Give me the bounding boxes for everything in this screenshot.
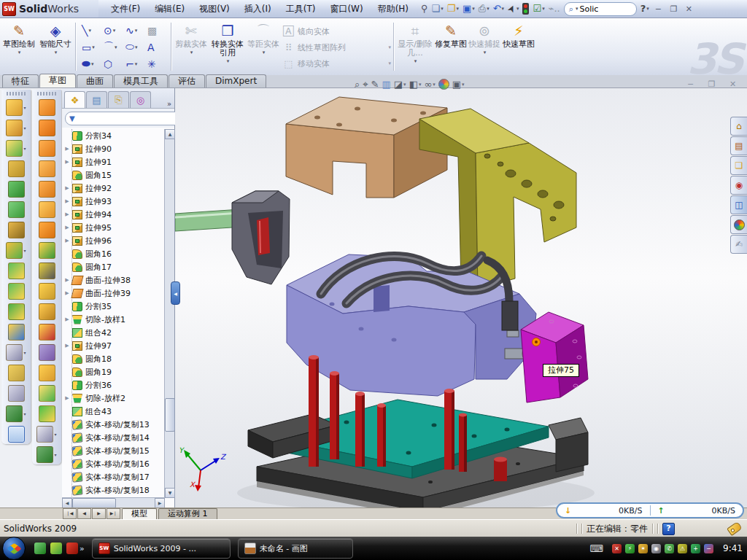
features-tool-icon-8[interactable]: ▾ [6,240,26,260]
file-explorer-tab[interactable]: ❏ [730,156,747,175]
sketch-entity-icon[interactable]: ⬬▾ [80,55,101,72]
tree-filter-input[interactable] [75,113,182,123]
home-tab[interactable]: ⌂ [730,117,747,136]
menu-插入(I)[interactable]: 插入(I) [238,1,278,18]
tag-icon[interactable] [727,521,743,536]
dropdown-caret-icon[interactable]: ▾ [91,61,94,67]
tree-item-实体-移动/复制14[interactable]: 实体-移动/复制14 [62,431,165,444]
sketch-entity-icon[interactable]: ╲▾ [80,22,101,39]
surfaces-tool-icon-11[interactable] [39,301,55,322]
toolbar-drag-handle[interactable] [7,92,26,96]
features-tool-icon-4[interactable] [8,158,25,179]
close-button[interactable]: ✕ [681,3,697,15]
tree-item-实体-移动/复制17[interactable]: 实体-移动/复制17 [62,470,165,483]
dropdown-caret-icon[interactable]: ▾ [487,6,489,12]
features-tool-icon-2[interactable]: ▾ [6,117,26,138]
expand-arrow-icon[interactable]: ▶ [63,198,71,204]
network-warning-icon[interactable]: ⚠ [678,544,687,553]
menu-帮助(H)[interactable]: 帮助(H) [371,1,415,18]
tree-item-分割34[interactable]: 分割34 [62,129,165,142]
surfaces-tool-icon-9[interactable] [39,260,55,281]
expand-arrow-icon[interactable]: ▶ [63,343,71,349]
start-button[interactable] [2,537,26,560]
dropdown-caret-icon[interactable]: ▾ [115,44,117,50]
tree-item-曲面-拉伸39[interactable]: ▶曲面-拉伸39 [62,287,165,300]
sketch-entity-icon[interactable]: ⬭▾ [123,39,145,55]
features-tool-icon-6[interactable] [8,199,25,219]
expand-arrow-icon[interactable]: ▶ [63,238,71,244]
view-orientation-icon[interactable]: ◪▾ [394,79,406,90]
rebuild-stoplight-icon[interactable] [521,1,530,16]
badge-icon[interactable]: ✶ [638,544,648,553]
tree-item-组合42[interactable]: 组合42 [62,326,165,339]
tree-item-圆角16[interactable]: 圆角16 [62,247,165,260]
help-button[interactable]: ?▾ [639,1,651,16]
print-icon[interactable]: ⎙▾ [477,1,491,16]
tree-item-分割35[interactable]: 分割35 [62,300,165,313]
tree-item-圆角18[interactable]: 圆角18 [62,352,165,365]
restore-button[interactable]: ❐ [666,3,681,15]
surfaces-tool-icon-6[interactable] [39,199,55,219]
toolbar-drag-handle[interactable] [37,92,56,96]
surfaces-tool-icon-3[interactable] [39,138,55,158]
dropdown-caret-icon[interactable]: ▾ [23,350,26,355]
tree-item-切除-放样2[interactable]: ▶切除-放样2 [62,392,165,405]
previous-view-icon[interactable]: ✎ [371,79,379,90]
search-input[interactable] [578,4,619,15]
toolbar-button-镜向实体[interactable]: 🄰镜向实体 [280,23,391,39]
surfaces-tool-icon-12[interactable] [39,322,55,342]
dimxpertmanager-tab[interactable]: ◎ [130,91,151,108]
dropdown-caret-icon[interactable]: ▾ [433,82,436,88]
tree-item-切除-放样1[interactable]: ▶切除-放样1 [62,313,165,326]
surfaces-tool-icon-7[interactable] [39,219,55,240]
taskbar-button-SolidWorks 2009 - ...[interactable]: SWSolidWorks 2009 - ... [92,538,231,559]
tab-model[interactable]: 模型 [122,508,157,520]
dropdown-caret-icon[interactable]: ▾ [414,58,417,64]
expand-arrow-icon[interactable]: ▶ [63,146,71,152]
features-tool-icon-10[interactable] [8,281,25,301]
toolbar-button-草图绘制[interactable]: ✎草图绘制▾ [0,18,38,75]
tree-item-组合43[interactable]: 组合43 [62,405,165,418]
open-folder-icon[interactable]: ❐▾ [446,1,460,16]
surfaces-tool-icon-1[interactable] [39,97,55,117]
tab-nav-button-3[interactable]: ▶ [92,508,106,519]
toolbar-button-剪裁实体[interactable]: ✄剪裁实体▾ [174,18,209,75]
custom-properties-tab[interactable]: ✍ [730,235,747,254]
quick-launch-expand-icon[interactable]: » [80,544,85,553]
sketch-entity-icon[interactable]: ⌒▾ [101,39,123,55]
tree-item-拉伸91[interactable]: ▶拉伸91 [62,155,165,168]
options-list-icon[interactable]: ☑▾ [531,1,546,16]
toolbar-button-显示/删除几...[interactable]: ⌗显示/删除几...▾ [396,18,434,75]
undo-icon[interactable]: ↶▾ [492,1,506,16]
expand-arrow-icon[interactable]: ▶ [63,395,71,401]
dropdown-caret-icon[interactable]: ▾ [227,58,230,64]
surfaces-tool-icon-4[interactable] [39,158,55,179]
tree-vertical-scrollbar[interactable]: ▲ ▼ [164,129,174,498]
toolbar-button-修复草图[interactable]: ✎修复草图 [434,18,468,75]
zoom-fit-icon[interactable]: ⌕ [355,79,360,90]
minimize-button[interactable]: − [651,3,666,15]
features-tool-icon-12[interactable] [8,322,25,342]
toolbar-button-快速捕捉[interactable]: ⊚快速捕捉▾ [468,18,501,75]
toolbar-button-智能尺寸[interactable]: ◈智能尺寸▾ [38,18,73,75]
design-library-tab[interactable]: ▤ [730,136,747,155]
menu-视图(V)[interactable]: 视图(V) [193,1,236,18]
new-document-icon[interactable]: ❏▾ [430,1,445,16]
tree-item-圆角15[interactable]: 圆角15 [62,168,165,182]
tree-item-圆角17[interactable]: 圆角17 [62,260,165,273]
features-tool-icon-17[interactable] [8,424,25,444]
graphics-viewport[interactable]: Y Z X [175,88,747,508]
shield-green-icon[interactable]: ⚡ [625,544,635,553]
apply-scene-icon[interactable]: ▣▾ [452,79,465,90]
volume-icon[interactable]: ◉ [651,544,661,553]
panel-splitter-handle[interactable]: ◀ [171,281,180,305]
dropdown-caret-icon[interactable]: ▾ [403,82,406,88]
scroll-left-icon[interactable]: ◀ [62,498,72,508]
expand-arrow-icon[interactable]: ▶ [63,211,71,217]
menu-工具(T)[interactable]: 工具(T) [279,1,322,18]
scroll-down-icon[interactable]: ▼ [165,488,175,498]
configurationmanager-tab[interactable]: ⎘ [108,91,129,108]
solidworks-icon[interactable] [66,542,78,554]
dropdown-caret-icon[interactable]: ▾ [23,411,26,416]
features-tool-icon-3[interactable]: ▾ [6,138,26,158]
